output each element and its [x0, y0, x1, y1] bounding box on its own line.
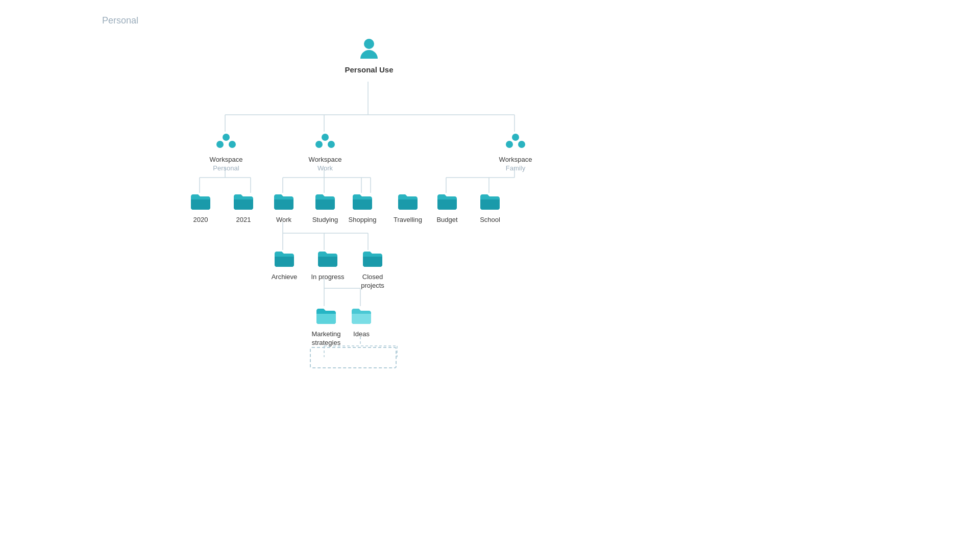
folder-studying[interactable]: Studying [310, 190, 340, 224]
workspace-family-line2: Family [506, 164, 525, 173]
folder-work-icon [273, 190, 295, 213]
folder-work[interactable]: Work [268, 190, 299, 224]
folder-travelling-icon [397, 190, 419, 213]
folder-budget[interactable]: Budget [432, 190, 462, 224]
folder-2021-label: 2021 [236, 216, 251, 224]
folder-marketing[interactable]: Marketingstrategies [308, 305, 345, 347]
workspace-personal-line1: Workspace [210, 156, 243, 164]
root-label: Personal Use [345, 65, 393, 75]
folder-budget-label: Budget [436, 216, 457, 224]
workspace-family[interactable]: Workspace Family [500, 130, 531, 173]
folder-ideas-icon [350, 305, 373, 327]
svg-point-32 [364, 39, 374, 49]
folder-budget-icon [436, 190, 458, 213]
folder-inprogress-icon [316, 247, 339, 270]
folder-2021[interactable]: 2021 [228, 190, 259, 224]
workspace-work-line2: Work [317, 164, 333, 173]
folder-2020-label: 2020 [193, 216, 208, 224]
svg-point-39 [512, 134, 519, 141]
folder-shopping-icon [351, 190, 374, 213]
svg-point-36 [322, 134, 329, 141]
svg-point-33 [223, 134, 230, 141]
folder-2020[interactable]: 2020 [185, 190, 216, 224]
folder-closed-label: Closed projects [352, 273, 393, 290]
folder-closed-icon [361, 247, 384, 270]
folder-inprogress[interactable]: In progress [310, 247, 346, 282]
workspace-personal[interactable]: Workspace Personal [211, 130, 241, 173]
page-label: Personal [102, 15, 138, 26]
workspace-work[interactable]: Workspace Work [310, 130, 340, 173]
folder-work-label: Work [276, 216, 291, 224]
folder-closed-projects[interactable]: Closed projects [352, 247, 393, 290]
folder-school-icon [479, 190, 501, 213]
person-icon [358, 38, 380, 61]
folder-2021-icon [232, 190, 255, 213]
folder-studying-label: Studying [312, 216, 338, 224]
folder-archieve-icon [273, 247, 296, 270]
folder-marketing-icon [315, 305, 337, 327]
folder-archieve-label: Archieve [272, 273, 298, 282]
svg-point-38 [328, 141, 335, 148]
svg-point-41 [518, 141, 525, 148]
svg-point-34 [216, 141, 224, 148]
folder-marketing-label: Marketingstrategies [311, 330, 340, 347]
folder-ideas[interactable]: Ideas [346, 305, 377, 339]
workspace-family-icon [504, 130, 527, 153]
dashed-placeholder [310, 347, 397, 368]
folder-school[interactable]: School [475, 190, 505, 224]
folder-travelling[interactable]: Travelling [390, 190, 426, 224]
workspace-family-line1: Workspace [499, 156, 532, 164]
folder-shopping-label: Shopping [349, 216, 377, 224]
folder-shopping[interactable]: Shopping [347, 190, 378, 224]
root-node[interactable]: Personal Use [354, 38, 384, 75]
workspace-work-icon [314, 130, 336, 153]
folder-inprogress-label: In progress [311, 273, 344, 282]
folder-studying-icon [314, 190, 336, 213]
workspace-personal-icon [215, 130, 237, 153]
folder-archieve[interactable]: Archieve [268, 247, 300, 282]
svg-point-35 [229, 141, 236, 148]
svg-point-37 [315, 141, 323, 148]
folder-travelling-label: Travelling [394, 216, 422, 224]
workspace-work-line1: Workspace [309, 156, 342, 164]
folder-ideas-label: Ideas [353, 330, 370, 339]
folder-school-label: School [480, 216, 500, 224]
folder-2020-icon [189, 190, 212, 213]
workspace-personal-line2: Personal [213, 164, 239, 173]
svg-point-40 [506, 141, 513, 148]
